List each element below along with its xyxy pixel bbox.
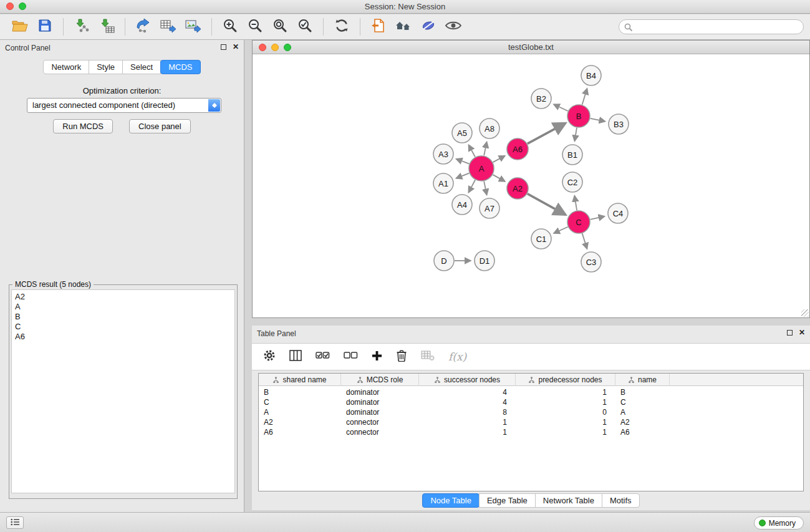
- criterion-dropdown[interactable]: largest connected component (directed): [27, 98, 221, 113]
- add-column-button[interactable]: [372, 351, 382, 364]
- table-cell[interactable]: connector: [341, 427, 419, 437]
- edge-A-A7[interactable]: [484, 181, 486, 195]
- edge-B-B4[interactable]: [582, 89, 587, 105]
- edge-A-A1[interactable]: [456, 173, 469, 178]
- network-node-A5[interactable]: A5: [452, 123, 472, 143]
- table-tab-network-table[interactable]: Network Table: [535, 493, 602, 508]
- table-settings-button[interactable]: [263, 349, 276, 364]
- deselect-all-button[interactable]: [344, 351, 358, 363]
- mcds-result-item[interactable]: B: [15, 312, 231, 322]
- network-node-D[interactable]: D: [434, 251, 454, 271]
- resize-grip[interactable]: [801, 309, 809, 317]
- show-panels-button[interactable]: [6, 516, 24, 529]
- zoom-selected-button[interactable]: [294, 17, 316, 37]
- close-panel-icon[interactable]: ✕: [233, 43, 239, 51]
- table-cell[interactable]: dominator: [341, 407, 419, 417]
- edge-A2-C[interactable]: [528, 194, 566, 215]
- edge-C-C3[interactable]: [582, 233, 587, 249]
- mcds-result-item[interactable]: A6: [15, 332, 231, 342]
- control-panel-tab-style[interactable]: Style: [89, 60, 123, 74]
- table-cell[interactable]: dominator: [341, 387, 419, 397]
- edge-A-A5[interactable]: [469, 145, 475, 157]
- column-header-successor-nodes[interactable]: successor nodes: [419, 374, 516, 386]
- table-row[interactable]: Adominator80A: [259, 407, 803, 417]
- network-node-C1[interactable]: C1: [531, 229, 551, 249]
- network-node-B[interactable]: B: [567, 105, 590, 127]
- show-columns-button[interactable]: [289, 350, 302, 364]
- edge-C-C2[interactable]: [574, 196, 577, 210]
- import-table-file-button[interactable]: [96, 17, 117, 37]
- delete-column-button[interactable]: [396, 349, 407, 364]
- close-table-panel-icon[interactable]: ✕: [799, 329, 805, 336]
- refresh-button[interactable]: [331, 17, 352, 37]
- network-node-A3[interactable]: A3: [433, 144, 453, 164]
- table-tab-edge-table[interactable]: Edge Table: [479, 493, 536, 508]
- table-cell[interactable]: 1: [419, 427, 516, 437]
- table-row[interactable]: Cdominator41C: [259, 397, 803, 407]
- network-node-A7[interactable]: A7: [480, 198, 499, 218]
- home-button[interactable]: [393, 17, 414, 37]
- search-input[interactable]: [635, 21, 799, 33]
- table-row[interactable]: A2connector11A2: [259, 417, 803, 427]
- style-paint-button[interactable]: [418, 17, 439, 37]
- export-network-button[interactable]: [133, 17, 154, 37]
- table-cell[interactable]: 4: [419, 397, 516, 407]
- table-cell[interactable]: 1: [516, 417, 615, 427]
- network-node-D1[interactable]: D1: [475, 251, 494, 271]
- edge-C-C4[interactable]: [591, 216, 605, 220]
- network-node-C[interactable]: C: [567, 211, 590, 233]
- table-cell[interactable]: B: [615, 387, 670, 397]
- function-builder-button[interactable]: f(x): [448, 351, 466, 363]
- edge-B-B3[interactable]: [591, 118, 605, 122]
- table-cell[interactable]: 0: [516, 407, 615, 417]
- table-row[interactable]: Bdominator41B: [259, 387, 803, 397]
- network-node-A2[interactable]: A2: [507, 178, 528, 199]
- table-cell[interactable]: 1: [516, 387, 615, 397]
- network-node-A[interactable]: A: [469, 156, 494, 181]
- save-session-button[interactable]: [34, 17, 55, 37]
- column-header-shared-name[interactable]: shared name: [259, 374, 341, 386]
- table-cell[interactable]: dominator: [341, 397, 419, 407]
- network-node-C3[interactable]: C3: [581, 252, 601, 272]
- export-table-button[interactable]: [158, 17, 179, 37]
- network-node-B1[interactable]: B1: [562, 145, 582, 165]
- float-table-panel-icon[interactable]: [787, 330, 793, 336]
- table-cell[interactable]: 1: [419, 417, 516, 427]
- table-cell[interactable]: 1: [516, 427, 615, 437]
- column-header-predecessor-nodes[interactable]: predecessor nodes: [516, 374, 615, 386]
- table-cell[interactable]: 8: [419, 407, 516, 417]
- table-cell[interactable]: A2: [615, 417, 670, 427]
- mcds-result-item[interactable]: A2: [15, 292, 231, 302]
- mcds-result-item[interactable]: A: [15, 302, 231, 312]
- network-node-A4[interactable]: A4: [452, 195, 472, 215]
- network-node-B4[interactable]: B4: [581, 65, 601, 85]
- table-cell[interactable]: A: [615, 407, 670, 417]
- network-node-A8[interactable]: A8: [480, 118, 499, 138]
- mcds-result-item[interactable]: C: [15, 322, 231, 332]
- network-node-A6[interactable]: A6: [507, 138, 528, 160]
- memory-button[interactable]: Memory: [754, 516, 804, 530]
- zoom-in-button[interactable]: [219, 17, 241, 37]
- edge-A6-B[interactable]: [528, 123, 566, 143]
- table-row[interactable]: A6connector11A6: [259, 427, 803, 437]
- network-node-C4[interactable]: C4: [608, 203, 628, 223]
- network-node-A1[interactable]: A1: [433, 173, 453, 193]
- column-header-MCDS-role[interactable]: MCDS role: [341, 374, 419, 386]
- edge-B-B2[interactable]: [554, 104, 568, 111]
- network-node-B2[interactable]: B2: [531, 89, 551, 109]
- import-network-file-button[interactable]: [71, 17, 92, 37]
- edge-A-A8[interactable]: [484, 142, 486, 156]
- zoom-fit-button[interactable]: [269, 17, 291, 37]
- control-panel-tab-mcds[interactable]: MCDS: [160, 60, 200, 74]
- table-cell[interactable]: 1: [516, 397, 615, 407]
- edge-A-A6[interactable]: [493, 156, 505, 162]
- table-cell[interactable]: A: [259, 407, 341, 417]
- open-session-button[interactable]: [9, 17, 31, 37]
- network-graph[interactable]: B4B2BB3A5A8A6B1A3AC2A1A2A4A7C4CC1C3DD1: [253, 54, 809, 317]
- show-details-button[interactable]: [443, 17, 464, 37]
- control-panel-tab-select[interactable]: Select: [122, 60, 161, 74]
- select-all-button[interactable]: [316, 351, 330, 363]
- run-mcds-button[interactable]: Run MCDS: [53, 119, 113, 133]
- table-cell[interactable]: A6: [259, 427, 341, 437]
- table-cell[interactable]: A6: [615, 427, 670, 437]
